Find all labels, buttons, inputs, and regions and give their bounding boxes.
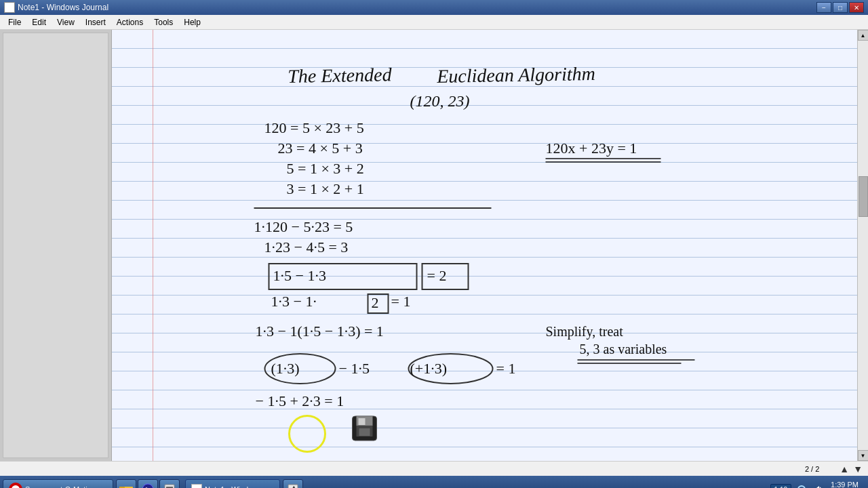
taskbar: Screencast-O-Matic.com Note1 - Windows .… [0,476,868,488]
status-bar: 2 / 2 ▲ ▼ [0,461,868,476]
menu-tools[interactable]: Tools [149,15,178,29]
svg-text:120  =  5 × 23  +  5: 120 = 5 × 23 + 5 [264,119,364,136]
active-window-button[interactable]: Note1 - Windows ... [185,479,280,488]
svg-text:5, 3 as variables: 5, 3 as variables [580,342,667,357]
menu-file[interactable]: File [3,15,26,29]
keyboard-value: 1:12 [774,486,787,489]
svg-text:120x + 23y = 1: 120x + 23y = 1 [546,140,637,157]
svg-text:= 1: = 1 [496,360,516,377]
svg-text:= 2: = 2 [427,267,447,284]
svg-text:(+1·3): (+1·3) [410,360,448,377]
active-window-label: Note1 - Windows ... [205,485,270,488]
screencast-button[interactable]: Screencast-O-Matic.com [3,479,113,488]
taskbar-edit-button[interactable] [159,479,180,488]
clock-time: 1:39 PM [828,480,861,488]
svg-text:1·3 − 1(1·5 − 1·3) = 1: 1·3 − 1(1·5 − 1·3) = 1 [256,323,384,340]
scroll-up-button[interactable]: ▲ [858,30,869,41]
svg-text:5  =  1 × 3  +  2: 5 = 1 × 3 + 2 [287,160,364,177]
menu-edit[interactable]: Edit [26,15,52,29]
title-bar: Note1 - Windows Journal − □ ✕ [0,0,868,15]
svg-point-40 [142,484,153,488]
taskbar-media-button[interactable] [138,479,158,488]
handwriting-canvas: The Extended Euclidean Algorithm (120, 2… [112,30,857,461]
notebook-area[interactable]: The Extended Euclidean Algorithm (120, 2… [112,30,857,461]
menu-view[interactable]: View [52,15,80,29]
right-scrollbar[interactable]: ▲ ▼ [857,30,868,461]
main-area: The Extended Euclidean Algorithm (120, 2… [0,30,868,461]
taskbar-pen-button[interactable] [283,479,303,488]
menu-actions[interactable]: Actions [111,15,149,29]
page-up-icon[interactable]: ▲ [840,464,849,474]
tray-network-icon [795,483,808,488]
page-down-icon[interactable]: ▼ [853,464,863,474]
page-indicator: 2 / 2 [805,465,819,473]
svg-rect-37 [359,428,370,436]
screencast-inner-icon [12,485,20,488]
svg-text:(1·3): (1·3) [271,360,300,377]
menu-insert[interactable]: Insert [80,15,111,29]
keyboard-indicator: 1:12 [770,484,791,489]
maximize-button[interactable]: □ [833,2,848,13]
scroll-down-button[interactable]: ▼ [858,450,869,461]
svg-text:1·120 − 5·23 = 5: 1·120 − 5·23 = 5 [254,218,353,235]
taskbar-apps [116,479,180,488]
window-controls: − □ ✕ [816,2,864,13]
svg-text:− 1·5: − 1·5 [339,360,370,377]
svg-text:1·3 − 1·: 1·3 − 1· [271,293,317,310]
minimize-button[interactable]: − [816,2,831,13]
svg-text:23  =  4 × 5  +  3: 23 = 4 × 5 + 3 [278,140,363,157]
svg-text:1·23 − 4·5 = 3: 1·23 − 4·5 = 3 [264,239,349,256]
scrollbar-thumb[interactable] [859,176,868,217]
screencast-icon [9,483,22,488]
svg-text:2: 2 [372,294,379,311]
svg-text:− 1·5 + 2·3 = 1: − 1·5 + 2·3 = 1 [256,392,344,409]
window-icon [191,484,202,488]
app-icon [4,2,15,13]
svg-text:3  =  1 × 2  +  1: 3 = 1 × 2 + 1 [287,180,364,197]
svg-text:Euclidean Algorithm: Euclidean Algorithm [436,63,595,87]
svg-rect-35 [359,418,366,425]
screencast-label: Screencast-O-Matic.com [25,485,107,488]
svg-text:Simplify, treat: Simplify, treat [546,324,624,340]
scrollbar-track[interactable] [858,41,869,450]
close-button[interactable]: ✕ [849,2,864,13]
svg-text:= 1: = 1 [391,293,411,310]
sidebar-panel [3,33,108,458]
window-title: Note1 - Windows Journal [18,3,816,12]
svg-text:The Extended: The Extended [288,64,393,87]
svg-text:(120, 23): (120, 23) [410,92,470,110]
taskbar-window-group: Note1 - Windows ... [185,479,280,488]
system-clock: 1:39 PM 9/19/2011 [828,480,861,488]
menu-help[interactable]: Help [178,15,206,29]
svg-text:1·5 − 1·3: 1·5 − 1·3 [273,267,326,284]
taskbar-tray: 1:12 1:39 PM 9/19/2011 [770,480,865,488]
tray-volume-icon[interactable] [812,483,824,488]
menu-bar: File Edit View Insert Actions Tools Help [0,15,868,30]
left-sidebar [0,30,112,461]
taskbar-folder-button[interactable] [116,479,136,488]
